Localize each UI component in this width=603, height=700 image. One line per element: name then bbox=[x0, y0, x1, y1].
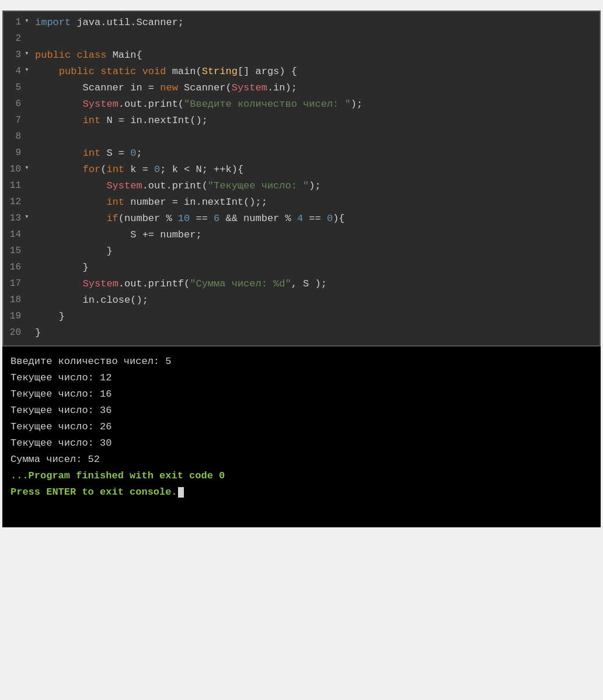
code-line: 16 } bbox=[4, 260, 599, 276]
code-line: 4▾ public static void main(String[] args… bbox=[4, 64, 599, 80]
console-finished-line: ...Program finished with exit code 0 bbox=[11, 468, 592, 484]
code-content: } bbox=[33, 326, 41, 341]
line-number: 10 bbox=[4, 162, 25, 177]
console-output-line: Текущее число: 26 bbox=[11, 419, 592, 435]
code-line: 5 Scanner in = new Scanner(System.in); bbox=[4, 80, 599, 97]
console-output-line: Текущее число: 12 bbox=[11, 370, 592, 386]
console-output-line: Текущее число: 16 bbox=[11, 386, 592, 402]
line-number: 18 bbox=[4, 293, 25, 307]
code-content: System.out.print("Введите количество чис… bbox=[33, 97, 363, 112]
code-editor: 1▾import java.util.Scanner;2 3▾public cl… bbox=[2, 10, 601, 346]
line-number: 1 bbox=[4, 15, 25, 30]
console-output-line: Текущее число: 36 bbox=[11, 402, 592, 419]
line-number: 4 bbox=[4, 64, 25, 79]
code-line: 6 System.out.print("Введите количество ч… bbox=[4, 97, 599, 113]
line-number: 19 bbox=[4, 309, 25, 324]
code-content: S += number; bbox=[33, 228, 202, 243]
console-output-line: Сумма чисел: 52 bbox=[11, 452, 592, 468]
code-content: Scanner in = new Scanner(System.in); bbox=[33, 80, 297, 96]
code-content: public class Main{ bbox=[33, 48, 142, 63]
line-number: 5 bbox=[4, 80, 25, 95]
line-number: 14 bbox=[4, 228, 25, 242]
fold-marker[interactable]: ▾ bbox=[25, 48, 33, 60]
console-output-line: Текущее число: 30 bbox=[11, 435, 592, 452]
code-content: int number = in.nextInt();; bbox=[33, 195, 267, 210]
line-number: 17 bbox=[4, 276, 25, 291]
code-line: 17 System.out.printf("Сумма чисел: %d", … bbox=[4, 276, 599, 293]
fold-marker[interactable]: ▾ bbox=[25, 15, 33, 27]
line-number: 12 bbox=[4, 195, 25, 209]
code-content: int N = in.nextInt(); bbox=[33, 113, 208, 128]
code-content: for(int k = 0; k < N; ++k){ bbox=[33, 162, 243, 177]
line-number: 6 bbox=[4, 97, 25, 111]
code-line: 9 int S = 0; bbox=[4, 146, 599, 162]
code-line: 18 in.close(); bbox=[4, 293, 599, 309]
line-number: 9 bbox=[4, 146, 25, 160]
code-line: 20 } bbox=[4, 326, 599, 342]
code-line: 2 bbox=[4, 32, 599, 48]
line-number: 11 bbox=[4, 178, 25, 193]
line-number: 8 bbox=[4, 130, 25, 144]
code-line: 12 int number = in.nextInt();; bbox=[4, 195, 599, 211]
line-number: 7 bbox=[4, 113, 25, 128]
code-line: 1▾import java.util.Scanner; bbox=[4, 15, 599, 32]
line-number: 15 bbox=[4, 244, 25, 258]
code-content: } bbox=[33, 260, 89, 275]
code-line: 8 bbox=[4, 130, 599, 146]
line-number: 16 bbox=[4, 260, 25, 275]
code-content: } bbox=[33, 244, 113, 259]
console-cursor bbox=[178, 487, 184, 498]
code-line: 10▾ for(int k = 0; k < N; ++k){ bbox=[4, 162, 599, 178]
code-line: 7 int N = in.nextInt(); bbox=[4, 113, 599, 130]
code-line: 3▾public class Main{ bbox=[4, 48, 599, 64]
line-number: 13 bbox=[4, 211, 25, 226]
code-line: 13▾ if(number % 10 == 6 && number % 4 ==… bbox=[4, 211, 599, 228]
line-number: 20 bbox=[4, 326, 25, 340]
line-number: 2 bbox=[4, 32, 25, 46]
console-press-line: Press ENTER to exit console. bbox=[11, 484, 592, 501]
code-line: 11 System.out.print("Текущее число: "); bbox=[4, 178, 599, 195]
code-line: 14 S += number; bbox=[4, 228, 599, 244]
fold-marker[interactable]: ▾ bbox=[25, 64, 33, 76]
console-output-line: Введите количество чисел: 5 bbox=[11, 354, 592, 370]
page-title bbox=[0, 0, 603, 10]
fold-marker[interactable]: ▾ bbox=[25, 211, 33, 223]
code-content: System.out.printf("Сумма чисел: %d", S )… bbox=[33, 276, 327, 292]
code-content: System.out.print("Текущее число: "); bbox=[33, 178, 321, 194]
code-content: in.close(); bbox=[33, 293, 148, 308]
code-content: import java.util.Scanner; bbox=[33, 15, 184, 30]
fold-marker[interactable]: ▾ bbox=[25, 162, 33, 174]
console-area: Введите количество чисел: 5Текущее число… bbox=[2, 346, 601, 527]
code-line: 19 } bbox=[4, 309, 599, 326]
code-line: 15 } bbox=[4, 244, 599, 260]
code-content: int S = 0; bbox=[33, 146, 142, 161]
code-content: } bbox=[33, 309, 65, 324]
line-number: 3 bbox=[4, 48, 25, 62]
code-content: public static void main(String[] args) { bbox=[33, 64, 297, 79]
code-content: if(number % 10 == 6 && number % 4 == 0){ bbox=[33, 211, 345, 226]
